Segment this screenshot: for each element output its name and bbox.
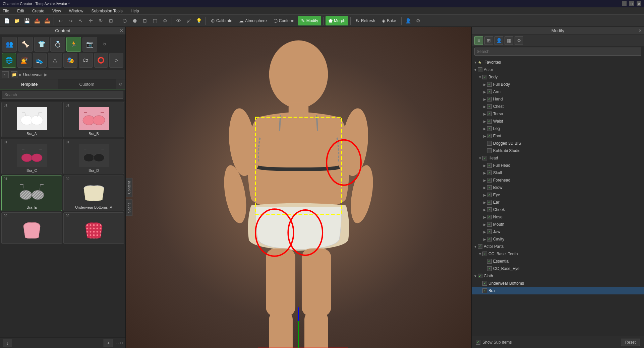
- texture-icon-btn[interactable]: 🗂: [79, 53, 93, 68]
- person-button[interactable]: 👤: [404, 16, 413, 25]
- waist-checkbox[interactable]: [487, 119, 492, 124]
- leg-expand[interactable]: ▶: [482, 126, 487, 131]
- nose-checkbox[interactable]: [487, 215, 492, 219]
- skull-checkbox[interactable]: [487, 170, 492, 175]
- body-checkbox[interactable]: [482, 75, 487, 79]
- favorites-expand[interactable]: ▼: [473, 60, 478, 65]
- undo-button[interactable]: ↩: [56, 16, 65, 25]
- eye-checkbox[interactable]: [487, 193, 492, 197]
- settings2-button[interactable]: ⚙: [414, 16, 423, 25]
- refresh-content-btn[interactable]: ↻: [100, 40, 109, 49]
- torso-expand[interactable]: ▶: [482, 112, 487, 116]
- breadcrumb-underwear[interactable]: Underwear: [23, 72, 43, 77]
- shape-icon-btn[interactable]: ⭕: [94, 53, 108, 68]
- kohlrabi-checkbox[interactable]: [487, 148, 492, 153]
- content-item-bra-a[interactable]: 01 Bra_A: [1, 102, 62, 137]
- arm-expand[interactable]: ▶: [482, 89, 487, 94]
- content-search-input[interactable]: [2, 91, 123, 99]
- move-button[interactable]: ✛: [86, 16, 96, 25]
- pose-icon-btn[interactable]: 🦴: [18, 37, 33, 52]
- cavity-checkbox[interactable]: [487, 237, 492, 241]
- content-item-bra-c[interactable]: 01 Bra_C: [1, 139, 62, 174]
- menu-edit[interactable]: Edit: [16, 8, 25, 14]
- tree-leg[interactable]: ▶ Leg: [472, 125, 644, 132]
- actor-parts-checkbox[interactable]: [478, 244, 482, 249]
- skull-expand[interactable]: ▶: [482, 170, 487, 175]
- torso-checkbox[interactable]: [487, 112, 492, 116]
- tree-hand[interactable]: ▶ Hand: [472, 95, 644, 103]
- essential-checkbox[interactable]: [487, 259, 492, 264]
- import-button[interactable]: 📥: [42, 16, 52, 25]
- conform-button[interactable]: ⬡ Conform: [271, 16, 297, 25]
- tree-actor[interactable]: ▼ Actor: [472, 66, 644, 73]
- content-close-button[interactable]: ✕: [120, 28, 123, 33]
- content-item-polka-bottom[interactable]: 02: [63, 212, 124, 244]
- tree-waist[interactable]: ▶ Waist: [472, 118, 644, 125]
- actor-checkbox[interactable]: [478, 67, 482, 72]
- bra-checkbox[interactable]: [482, 288, 487, 293]
- tree-full-body[interactable]: ▶ Full Body: [472, 81, 644, 88]
- eye-expand[interactable]: ▶: [482, 193, 487, 197]
- morph-button[interactable]: ⬟ Morph: [326, 16, 348, 25]
- jaw-checkbox[interactable]: [487, 229, 492, 234]
- accessory-icon-btn[interactable]: 💍: [50, 37, 65, 52]
- content-vert-tab[interactable]: Content: [126, 178, 132, 197]
- tree-skull[interactable]: ▶ Skull: [472, 169, 644, 177]
- tree-full-head[interactable]: ▶ Full Head: [472, 162, 644, 169]
- atmosphere-button[interactable]: ☁ Atmosphere: [236, 16, 270, 25]
- foot-checkbox[interactable]: [487, 134, 492, 138]
- custom-tab[interactable]: Custom: [58, 79, 116, 89]
- tree-ear[interactable]: ▶ Ear: [472, 199, 644, 206]
- modify-person-btn[interactable]: 👤: [494, 36, 503, 45]
- cavity-expand[interactable]: ▶: [482, 237, 487, 241]
- tree-cc-base-teeth[interactable]: ▼ CC_Base_Teeth: [472, 250, 644, 258]
- circle-icon-btn[interactable]: ○: [109, 53, 123, 68]
- tree-cc-base-eye[interactable]: ▶ CC_Base_Eye: [472, 265, 644, 272]
- mouth-checkbox[interactable]: [487, 222, 492, 227]
- tree-torso[interactable]: ▶ Torso: [472, 110, 644, 118]
- cloth-icon-btn[interactable]: 👕: [34, 37, 49, 52]
- waist-expand[interactable]: ▶: [482, 119, 487, 124]
- full-head-expand[interactable]: ▶: [482, 163, 487, 168]
- jaw-expand[interactable]: ▶: [482, 229, 487, 234]
- tree-underwear-bottoms[interactable]: ▶ Underwear Bottoms: [472, 280, 644, 287]
- scene-vert-tab[interactable]: Scene: [126, 199, 132, 216]
- tree-mouth[interactable]: ▶ Mouth: [472, 221, 644, 228]
- tree-cheek[interactable]: ▶ Cheek: [472, 206, 644, 213]
- leg-checkbox[interactable]: [487, 126, 492, 131]
- template-tab[interactable]: Template: [0, 79, 58, 89]
- bake-button[interactable]: ◈ Bake: [379, 16, 399, 25]
- breadcrumb-folder-button[interactable]: 📁: [11, 71, 17, 78]
- modify-close-button[interactable]: ✕: [638, 28, 642, 33]
- modify-search-input[interactable]: [474, 48, 641, 56]
- tree-chest[interactable]: ▶ Chest: [472, 103, 644, 110]
- tree-jaw[interactable]: ▶ Jaw: [472, 228, 644, 235]
- tree-essential[interactable]: ▶ Essential: [472, 258, 644, 265]
- tree-brow[interactable]: ▶ Brow: [472, 184, 644, 191]
- modify-grid-btn[interactable]: ⊞: [484, 36, 493, 45]
- export-button[interactable]: 📤: [32, 16, 42, 25]
- viewport[interactable]: Content Scene: [126, 27, 471, 348]
- cheek-checkbox[interactable]: [487, 207, 492, 212]
- tree-kohlrabi-studio[interactable]: ▶ Kohlrabi Studio: [472, 147, 644, 154]
- body-icon-btn[interactable]: 🏃: [66, 37, 81, 52]
- full-head-checkbox[interactable]: [487, 163, 492, 168]
- menu-create[interactable]: Create: [31, 8, 46, 14]
- head-expand[interactable]: ▼: [478, 156, 482, 160]
- tree-cavity[interactable]: ▶ Cavity: [472, 235, 644, 243]
- open-file-button[interactable]: 📁: [12, 16, 21, 25]
- full-body-checkbox[interactable]: [487, 82, 492, 87]
- show-sub-items-checkbox[interactable]: [476, 340, 480, 345]
- nose-expand[interactable]: ▶: [482, 215, 487, 219]
- save-button[interactable]: 💾: [22, 16, 32, 25]
- brow-expand[interactable]: ▶: [482, 185, 487, 190]
- tree-actor-parts[interactable]: ▼ Actor Parts: [472, 243, 644, 250]
- reset-button[interactable]: Reset: [621, 339, 640, 346]
- scale-button[interactable]: ⊞: [106, 16, 116, 25]
- tree-dogged-3d-bis[interactable]: ▶ Dogged 3D BIS: [472, 140, 644, 147]
- chest-checkbox[interactable]: [487, 104, 492, 109]
- tree-favorites[interactable]: ▼ ★ Favorites: [472, 59, 644, 66]
- ear-checkbox[interactable]: [487, 200, 492, 205]
- shoes-icon-btn[interactable]: 👟: [33, 53, 47, 68]
- tree-head[interactable]: ▼ Head: [472, 154, 644, 162]
